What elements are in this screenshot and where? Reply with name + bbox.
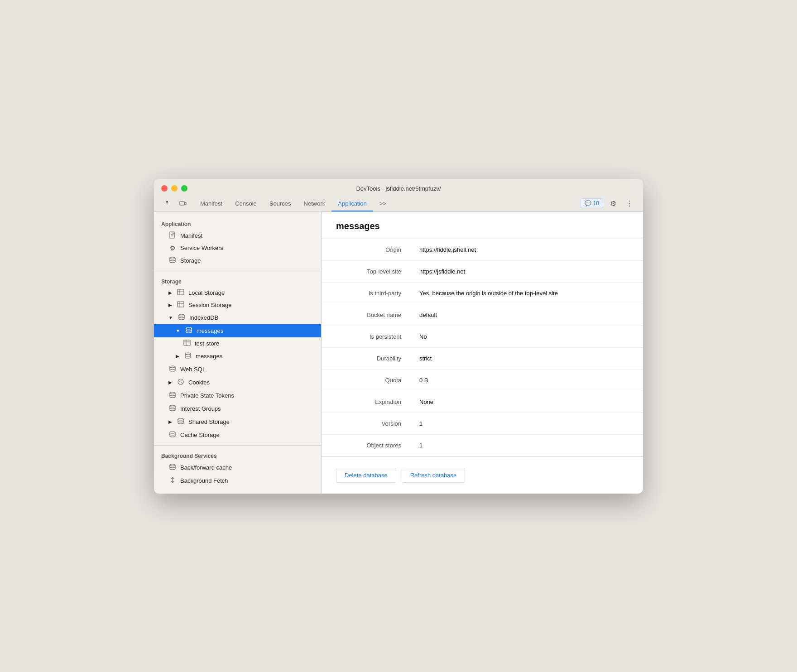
sidebar-item-test-store[interactable]: test-store bbox=[154, 337, 321, 350]
row-is-third-party: Is third-party Yes, because the origin i… bbox=[322, 283, 643, 304]
background-fetch-label: Background Fetch bbox=[180, 477, 228, 484]
sidebar-item-indexeddb[interactable]: ▼ IndexedDB bbox=[154, 311, 321, 324]
svg-rect-2 bbox=[166, 202, 167, 203]
tab-elements[interactable]: Manifest bbox=[194, 197, 229, 211]
value-origin: https://fiddle.jshell.net bbox=[412, 239, 643, 260]
maximize-button[interactable] bbox=[181, 185, 187, 192]
tab-console[interactable]: Console bbox=[229, 197, 263, 211]
sidebar-item-messages-db[interactable]: ▼ messages bbox=[154, 324, 321, 337]
label-durability: Durability bbox=[322, 348, 412, 369]
label-expiration: Expiration bbox=[322, 391, 412, 413]
svg-rect-18 bbox=[184, 340, 190, 346]
sidebar-item-back-forward-cache[interactable]: Back/forward cache bbox=[154, 461, 321, 474]
svg-point-9 bbox=[170, 257, 175, 259]
svg-point-21 bbox=[185, 353, 191, 355]
local-storage-label: Local Storage bbox=[188, 289, 225, 296]
sidebar-item-session-storage[interactable]: ▶ Session Storage bbox=[154, 299, 321, 311]
test-store-label: test-store bbox=[195, 340, 219, 347]
tab-application[interactable]: Application bbox=[331, 197, 373, 211]
device-icon[interactable] bbox=[176, 197, 190, 211]
updown-icon bbox=[168, 476, 177, 485]
settings-icon[interactable]: ⚙ bbox=[607, 197, 619, 210]
gear-icon: ⚙ bbox=[168, 245, 177, 252]
label-object-stores: Object stores bbox=[322, 435, 412, 456]
row-quota: Quota 0 B bbox=[322, 370, 643, 391]
sidebar-item-interest-groups[interactable]: Interest Groups bbox=[154, 402, 321, 415]
sidebar: Application Manifest ⚙ Service Workers bbox=[154, 212, 322, 494]
title-bar: DevTools - jsfiddle.net/5tmpfuzv/ Manife… bbox=[154, 179, 643, 212]
svg-point-25 bbox=[181, 382, 182, 383]
svg-rect-0 bbox=[166, 201, 167, 202]
svg-rect-4 bbox=[180, 202, 184, 205]
svg-point-29 bbox=[178, 418, 183, 420]
storage-app-label: Storage bbox=[180, 257, 201, 264]
sidebar-item-web-sql[interactable]: Web SQL bbox=[154, 363, 321, 376]
more-icon[interactable]: ⋮ bbox=[623, 197, 636, 210]
row-durability: Durability strict bbox=[322, 348, 643, 370]
sidebar-item-manifest[interactable]: Manifest bbox=[154, 229, 321, 242]
sidebar-item-messages-db2[interactable]: ▶ messages bbox=[154, 350, 321, 363]
main-panel: messages Origin https://fiddle.jshell.ne… bbox=[322, 212, 643, 494]
label-quota: Quota bbox=[322, 370, 412, 391]
manifest-label: Manifest bbox=[180, 232, 202, 239]
svg-point-26 bbox=[181, 380, 182, 381]
file-icon bbox=[168, 231, 177, 240]
svg-rect-5 bbox=[185, 202, 186, 205]
label-bucket-name: Bucket name bbox=[322, 304, 412, 326]
cursor-icon[interactable] bbox=[161, 197, 176, 211]
db-icon-10 bbox=[168, 463, 177, 472]
minimize-button[interactable] bbox=[171, 185, 178, 192]
badge-count: 10 bbox=[593, 200, 599, 206]
value-version: 1 bbox=[412, 413, 643, 434]
svg-rect-10 bbox=[178, 289, 184, 295]
tab-more[interactable]: >> bbox=[373, 197, 393, 211]
svg-point-22 bbox=[170, 366, 175, 368]
session-storage-label: Session Storage bbox=[188, 302, 231, 308]
panel-title: messages bbox=[336, 221, 629, 231]
row-origin: Origin https://fiddle.jshell.net bbox=[322, 239, 643, 261]
db-icon bbox=[168, 256, 177, 265]
delete-database-button[interactable]: Delete database bbox=[336, 468, 396, 483]
label-version: Version bbox=[322, 413, 412, 434]
value-bucket-name: default bbox=[412, 304, 643, 326]
sidebar-item-cookies[interactable]: ▶ Cookies bbox=[154, 376, 321, 389]
divider-2 bbox=[154, 445, 321, 446]
chevron-right-icon-3: ▶ bbox=[176, 354, 179, 359]
value-object-stores: 1 bbox=[412, 435, 643, 456]
db-icon-7 bbox=[168, 404, 177, 413]
row-bucket-name: Bucket name default bbox=[322, 304, 643, 326]
panel-header: messages bbox=[322, 212, 643, 239]
sidebar-item-private-state-tokens[interactable]: Private State Tokens bbox=[154, 389, 321, 402]
sidebar-item-shared-storage[interactable]: ▶ Shared Storage bbox=[154, 415, 321, 428]
chat-icon: 💬 bbox=[585, 200, 591, 206]
row-expiration: Expiration None bbox=[322, 391, 643, 413]
traffic-lights bbox=[161, 185, 187, 192]
section-header-background: Background Services bbox=[154, 449, 321, 461]
close-button[interactable] bbox=[161, 185, 168, 192]
svg-point-27 bbox=[170, 392, 175, 394]
chevron-right-icon-2: ▶ bbox=[168, 302, 172, 307]
sidebar-item-cache-storage[interactable]: Cache Storage bbox=[154, 428, 321, 442]
indexeddb-label: IndexedDB bbox=[189, 314, 218, 321]
section-header-storage: Storage bbox=[154, 275, 321, 287]
cookie-icon bbox=[177, 378, 185, 387]
sidebar-item-storage-app[interactable]: Storage bbox=[154, 254, 321, 267]
messages-badge[interactable]: 💬 10 bbox=[581, 198, 603, 208]
row-object-stores: Object stores 1 bbox=[322, 435, 643, 456]
sidebar-item-local-storage[interactable]: ▶ Local Storage bbox=[154, 287, 321, 299]
svg-point-23 bbox=[178, 379, 183, 384]
refresh-database-button[interactable]: Refresh database bbox=[402, 468, 466, 483]
tab-sources[interactable]: Sources bbox=[263, 197, 298, 211]
messages-db2-label: messages bbox=[196, 353, 222, 360]
db-icon-6 bbox=[168, 391, 177, 400]
svg-point-28 bbox=[170, 405, 175, 407]
svg-point-17 bbox=[186, 327, 192, 329]
interest-groups-label: Interest Groups bbox=[180, 405, 221, 412]
value-is-third-party: Yes, because the origin is outside of th… bbox=[412, 283, 643, 304]
chevron-right-icon-4: ▶ bbox=[168, 380, 172, 385]
table-icon bbox=[177, 289, 185, 297]
sidebar-item-service-workers[interactable]: ⚙ Service Workers bbox=[154, 242, 321, 254]
web-sql-label: Web SQL bbox=[180, 366, 206, 373]
tab-network[interactable]: Network bbox=[298, 197, 332, 211]
sidebar-item-background-fetch[interactable]: Background Fetch bbox=[154, 474, 321, 487]
